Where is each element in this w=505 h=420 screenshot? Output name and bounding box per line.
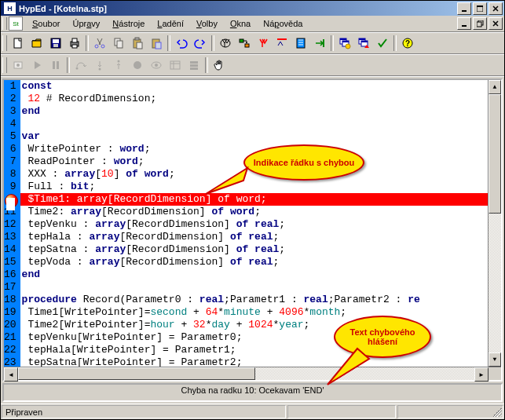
code-line[interactable]: tepVoda : array[RecordDimension] of real… <box>20 256 488 268</box>
bookmark-icon[interactable] <box>291 34 310 53</box>
watch-icon[interactable] <box>147 56 166 75</box>
play-icon[interactable] <box>27 56 46 75</box>
code-line[interactable]: Time1[WritePointer]=second + 64*minute +… <box>20 306 488 319</box>
scroll-right-button[interactable]: ► <box>474 367 489 382</box>
callstack-icon[interactable] <box>185 56 203 75</box>
doc-icon[interactable]: St <box>9 16 23 31</box>
help-icon[interactable]: ? <box>398 34 417 53</box>
scroll-left-button[interactable]: ◄ <box>4 367 18 382</box>
gutter-line[interactable]: 13 <box>4 231 18 243</box>
window-tile-icon[interactable] <box>354 34 373 53</box>
error-panel[interactable]: Chyba na radku 10: Ocekavam 'END' <box>2 383 503 402</box>
code-line[interactable]: end <box>20 268 488 281</box>
gutter-line[interactable]: 16 <box>4 268 18 281</box>
step-over-icon[interactable] <box>71 56 90 75</box>
code-line[interactable]: Full : bit; <box>20 181 488 193</box>
menubar-grip[interactable] <box>2 17 7 30</box>
menu-nastroje[interactable]: Nástroje <box>106 17 151 30</box>
gutter[interactable]: 12345678911121314151617181920212223 <box>4 80 20 367</box>
hscroll-track[interactable] <box>18 367 474 380</box>
code-line[interactable]: var <box>20 130 488 143</box>
gutter-line[interactable]: 15 <box>4 256 18 268</box>
menu-soubor[interactable]: Soubor <box>26 17 66 30</box>
gutter-line[interactable]: 12 <box>4 218 18 231</box>
code-line[interactable]: tepSatna : array[RecordDimension] of rea… <box>20 243 488 256</box>
gutter-line[interactable]: 22 <box>4 344 18 356</box>
code-line[interactable]: tepVenku : array[RecordDimension] of rea… <box>20 218 488 231</box>
gutter-line[interactable]: 7 <box>4 155 18 168</box>
code-line[interactable]: Time2: array[RecordDimension] of word; <box>20 206 488 218</box>
step-out-icon[interactable] <box>109 56 128 75</box>
paste-special-icon[interactable] <box>147 34 166 53</box>
toolbar-grip[interactable] <box>2 35 7 51</box>
new-icon[interactable] <box>9 34 27 53</box>
scroll-thumb[interactable] <box>489 94 501 214</box>
gutter-line[interactable]: 18 <box>4 294 18 306</box>
find-next-icon[interactable] <box>254 34 273 53</box>
print-icon[interactable] <box>65 34 84 53</box>
gutter-line[interactable]: 17 <box>4 281 18 294</box>
maximize-button[interactable] <box>473 2 487 15</box>
menu-okna[interactable]: Okna <box>224 17 257 30</box>
replace-icon[interactable] <box>235 34 254 53</box>
close-button[interactable] <box>489 2 503 15</box>
menu-ladeni[interactable]: Ladění <box>151 17 190 30</box>
find-prev-icon[interactable] <box>273 34 291 53</box>
window-cascade-icon[interactable] <box>335 34 354 53</box>
gutter-line[interactable]: 23 <box>4 356 18 367</box>
code-line[interactable]: tepSatna[WritePointer] = Parametr2; <box>20 356 488 367</box>
variables-icon[interactable] <box>166 56 185 75</box>
goto-icon[interactable] <box>310 34 329 53</box>
vertical-scrollbar[interactable]: ▲ ▼ <box>488 80 501 367</box>
paste-icon[interactable] <box>128 34 147 53</box>
menu-volby[interactable]: Volby <box>190 17 224 30</box>
cut-icon[interactable] <box>90 34 109 53</box>
mdi-close-button[interactable] <box>489 17 503 30</box>
copy-icon[interactable] <box>109 34 128 53</box>
undo-icon[interactable] <box>172 34 191 53</box>
gutter-line[interactable]: 1 <box>4 80 18 93</box>
code-line[interactable]: end <box>20 105 488 118</box>
code-line[interactable]: 12 # RecordDimension; <box>20 93 488 105</box>
gutter-line[interactable]: 4 <box>4 118 18 130</box>
code-line[interactable] <box>20 118 488 130</box>
save-icon[interactable] <box>46 34 65 53</box>
menu-napoveda[interactable]: Nápověda <box>257 17 309 30</box>
pause-icon[interactable] <box>46 56 65 75</box>
gutter-line[interactable]: 5 <box>4 130 18 143</box>
titlebar[interactable]: H HypEd - [Kotelna.stp] <box>1 1 504 16</box>
scroll-up-button[interactable]: ▲ <box>489 80 501 94</box>
scroll-track[interactable] <box>489 94 501 352</box>
code-line[interactable]: tepHala : array[RecordDimension] of real… <box>20 231 488 243</box>
code-line[interactable]: procedure Record(Parametr0 : real;Parame… <box>20 294 488 306</box>
code-line[interactable]: $Time1: array[RecordDimension] of word; <box>20 193 488 206</box>
minimize-button[interactable] <box>457 2 471 15</box>
open-icon[interactable] <box>27 34 46 53</box>
record-icon[interactable] <box>9 56 27 75</box>
menu-upravy[interactable]: Úpravy <box>66 17 106 30</box>
code-line[interactable]: const <box>20 80 488 93</box>
toolbar-grip[interactable] <box>2 57 7 73</box>
code-line[interactable] <box>20 281 488 294</box>
resize-grip-icon[interactable] <box>492 407 502 417</box>
mdi-restore-button[interactable] <box>473 17 487 30</box>
gutter-line[interactable]: 14 <box>4 243 18 256</box>
gutter-line[interactable]: 20 <box>4 319 18 331</box>
gutter-line-error[interactable] <box>4 193 18 206</box>
redo-icon[interactable] <box>191 34 210 53</box>
horizontal-scrollbar[interactable]: ◄ ► <box>4 367 501 380</box>
scroll-down-button[interactable]: ▼ <box>489 352 501 367</box>
step-into-icon[interactable] <box>90 56 109 75</box>
hscroll-thumb[interactable] <box>18 367 255 380</box>
gutter-line[interactable]: 6 <box>4 143 18 155</box>
gutter-line[interactable]: 2 <box>4 93 18 105</box>
gutter-line[interactable]: 8 <box>4 168 18 181</box>
hand-icon[interactable] <box>210 56 229 75</box>
check-icon[interactable] <box>373 34 392 53</box>
gutter-line[interactable]: 19 <box>4 306 18 319</box>
breakpoint-icon[interactable] <box>128 56 147 75</box>
editor[interactable]: 12345678911121314151617181920212223 cons… <box>4 80 501 367</box>
find-icon[interactable] <box>216 34 235 53</box>
gutter-line[interactable]: 21 <box>4 331 18 344</box>
mdi-minimize-button[interactable] <box>457 17 471 30</box>
